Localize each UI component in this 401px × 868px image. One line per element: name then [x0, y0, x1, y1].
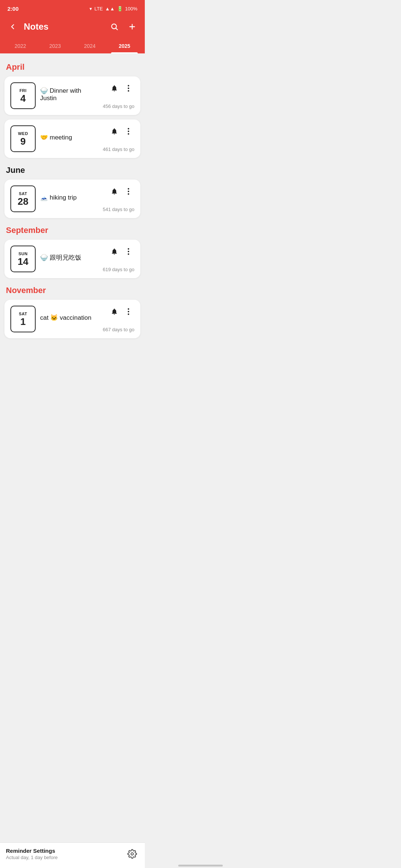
tab-2024[interactable]: 2024: [73, 39, 107, 53]
days-to-go: 667 days to go: [103, 327, 134, 332]
days-to-go: 541 days to go: [103, 207, 134, 212]
event-title: 🍚 Dinner with Justin: [40, 87, 98, 102]
day-name: FRI: [19, 88, 26, 93]
event-info: cat 🐱 vaccination: [40, 314, 98, 325]
add-button[interactable]: [125, 20, 139, 33]
more-button[interactable]: [123, 125, 134, 137]
event-actions: 456 days to go: [103, 82, 134, 109]
bell-button[interactable]: [108, 125, 120, 137]
day-num: 4: [20, 93, 26, 103]
event-info: 🤝 meeting: [40, 134, 98, 144]
tab-2025[interactable]: 2025: [108, 39, 141, 53]
back-button[interactable]: [6, 20, 19, 33]
day-num: 28: [18, 197, 29, 206]
event-info: 🗻 hiking trip: [40, 194, 98, 204]
lte-label: LTE: [94, 6, 103, 11]
event-card: SAT 28 🗻 hiking trip 541 days to go: [4, 180, 140, 218]
search-button[interactable]: [108, 20, 121, 33]
day-num: 1: [20, 317, 26, 326]
tab-2023[interactable]: 2023: [39, 39, 72, 53]
days-to-go: 619 days to go: [103, 267, 134, 272]
status-icons: ▾ LTE ▲▲ 🔋 100%: [89, 6, 137, 11]
more-button[interactable]: [123, 185, 134, 197]
day-name: WED: [18, 131, 28, 136]
month-june: June: [4, 162, 140, 180]
event-title: 🤝 meeting: [40, 134, 98, 141]
action-row: [108, 306, 134, 318]
status-time: 2:00: [7, 6, 19, 12]
content-area: April FRI 4 🍚 Dinner with Justin 456 day…: [0, 53, 145, 372]
event-actions: 619 days to go: [103, 246, 134, 272]
date-badge-fri4: FRI 4: [10, 82, 36, 109]
event-title: 🗻 hiking trip: [40, 194, 98, 201]
battery-icon: 🔋: [117, 6, 123, 11]
month-april: April: [4, 59, 140, 76]
day-name: SAT: [19, 191, 27, 196]
event-card: WED 9 🤝 meeting 461 days to go: [4, 119, 140, 158]
date-badge-sun14: SUN 14: [10, 246, 36, 272]
tab-2022[interactable]: 2022: [4, 39, 37, 53]
date-badge-sat1: SAT 1: [10, 306, 36, 332]
more-button[interactable]: [123, 306, 134, 318]
action-row: [108, 185, 134, 197]
month-september: September: [4, 223, 140, 240]
date-badge-sat28: SAT 28: [10, 185, 36, 212]
year-tabs: 2022 2023 2024 2025: [0, 39, 145, 53]
more-button[interactable]: [123, 246, 134, 257]
event-info: 🍚 跟明兄吃饭: [40, 253, 98, 265]
event-title: 🍚 跟明兄吃饭: [40, 253, 98, 262]
day-name: SUN: [19, 251, 28, 256]
bell-button[interactable]: [108, 185, 120, 197]
event-card: SUN 14 🍚 跟明兄吃饭 619 days to go: [4, 240, 140, 278]
bell-button[interactable]: [108, 246, 120, 257]
signal-icon: ▲▲: [105, 6, 115, 11]
event-card: SAT 1 cat 🐱 vaccination 667 days to go: [4, 300, 140, 338]
day-name: SAT: [19, 312, 27, 316]
wifi-icon: ▾: [89, 6, 92, 11]
more-button[interactable]: [123, 82, 134, 94]
status-bar: 2:00 ▾ LTE ▲▲ 🔋 100%: [0, 0, 145, 16]
event-info: 🍚 Dinner with Justin: [40, 87, 98, 105]
page-title: Notes: [24, 22, 103, 32]
event-card: FRI 4 🍚 Dinner with Justin 456 days to g…: [4, 76, 140, 115]
bell-button[interactable]: [108, 82, 120, 94]
bell-button[interactable]: [108, 306, 120, 318]
event-title: cat 🐱 vaccination: [40, 314, 98, 322]
day-num: 9: [20, 137, 26, 146]
date-badge-wed9: WED 9: [10, 125, 36, 152]
days-to-go: 456 days to go: [103, 103, 134, 109]
header: Notes: [0, 16, 145, 39]
event-actions: 541 days to go: [103, 185, 134, 212]
month-november: November: [4, 283, 140, 300]
days-to-go: 461 days to go: [103, 147, 134, 152]
day-num: 14: [18, 257, 29, 266]
action-row: [108, 246, 134, 257]
event-actions: 667 days to go: [103, 306, 134, 332]
action-row: [108, 82, 134, 94]
event-actions: 461 days to go: [103, 125, 134, 152]
action-row: [108, 125, 134, 137]
battery-label: 100%: [125, 6, 137, 11]
